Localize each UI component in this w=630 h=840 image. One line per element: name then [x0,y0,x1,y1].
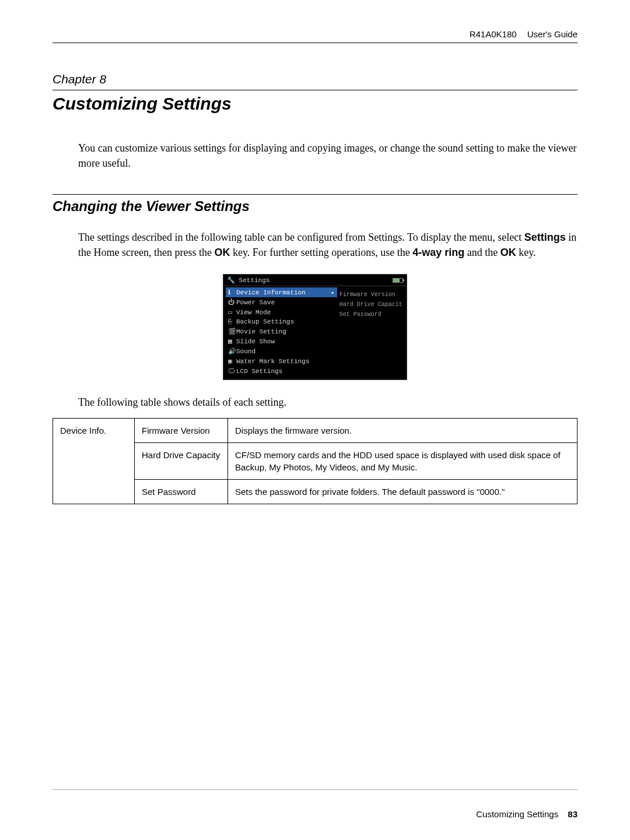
keyword: OK [501,247,516,258]
section-paragraph: The settings described in the following … [78,230,578,260]
keyword: Settings [524,231,566,243]
menu-label: View Mode [236,309,271,316]
intro-paragraph: You can customize various settings for d… [78,140,578,171]
product-code: R41A0K180 [470,29,517,39]
text: key. [516,247,536,258]
slideshow-icon: ▦ [228,338,236,345]
menu-label: LCD Settings [236,368,282,375]
footer-section: Customizing Settings [476,809,558,819]
info-icon: ℹ [228,289,236,296]
table-cell-name: Set Password [135,480,228,504]
divider [52,90,578,90]
watermark-icon: ▣ [228,357,236,365]
chapter-label: Chapter 8 [52,72,578,89]
text: and the [464,247,500,258]
keyword: 4-way ring [412,247,464,258]
menu-item-selected: ℹDevice Information ▸ [226,287,337,297]
lcd-icon: 🖵 [228,367,236,375]
menu-label: Device Information [236,289,306,296]
menu-item: ⎘Backup Settings [226,317,337,326]
menu-label: Water Mark Settings [236,358,309,365]
backup-icon: ⎘ [228,318,236,325]
movie-icon: 🎬 [228,328,236,335]
doc-title: User's Guide [527,29,578,39]
table-row: Device Info. Firmware Version Displays t… [53,419,578,443]
menu-label: Power Save [236,299,275,306]
chevron-right-icon: ▸ [331,289,335,296]
power-icon: ⏻ [228,298,236,306]
menu-item: ▦Slide Show [226,336,337,346]
table-cell-desc: Displays the firmware version. [228,419,578,443]
section-title: Changing the Viewer Settings [52,198,578,215]
table-cell-group: Device Info. [53,419,135,504]
menu-item: ▣Water Mark Settings [226,356,337,366]
table-caption: The following table shows details of eac… [78,396,578,409]
menu-label: Backup Settings [236,318,294,325]
menu-item: 🎬Movie Setting [226,326,337,336]
menu-item: ⏻Power Save [226,297,337,307]
text: The settings described in the following … [78,231,524,243]
page-header: R41A0K180 User's Guide [52,29,578,43]
battery-icon [393,278,403,283]
sound-icon: 🔊 [228,347,236,355]
wrench-icon: 🔧 Settings [227,276,270,284]
device-screenshot: 🔧 Settings ℹDevice Information ▸ ⏻Power … [52,274,578,380]
menu-item: 🔊Sound [226,346,337,356]
menu-label: Movie Setting [236,328,286,335]
divider [52,194,578,195]
chapter-block: Chapter 8 Customizing Settings [52,72,578,114]
menu-left-pane: ℹDevice Information ▸ ⏻Power Save ▭View … [223,286,337,379]
submenu-item: Set Password [340,310,404,319]
submenu-item: Firmware Version [340,290,404,300]
page-number: 83 [568,809,578,819]
table-cell-desc: CF/SD memory cards and the HDD used spac… [228,443,578,480]
page-footer: Customizing Settings 83 [476,809,578,819]
table-cell-name: Hard Drive Capacity [135,443,228,480]
keyword: OK [214,247,230,258]
table-cell-name: Firmware Version [135,419,228,443]
menu-label: Slide Show [236,338,275,345]
menu-item: ▭View Mode [226,307,337,317]
settings-table: Device Info. Firmware Version Displays t… [52,418,578,504]
screenshot-title: Settings [239,277,270,284]
menu-item: 🖵LCD Settings [226,366,337,376]
menu-right-pane: Firmware Version Hard Drive Capacit Set … [337,286,407,379]
text: key. For further setting operations, use… [230,247,412,258]
chapter-title: Customizing Settings [52,94,578,114]
menu-label: Sound [236,348,256,355]
table-cell-desc: Sets the password for private folders. T… [228,480,578,504]
view-icon: ▭ [228,308,236,316]
footer-divider [52,789,578,790]
submenu-item: Hard Drive Capacit [340,300,404,310]
